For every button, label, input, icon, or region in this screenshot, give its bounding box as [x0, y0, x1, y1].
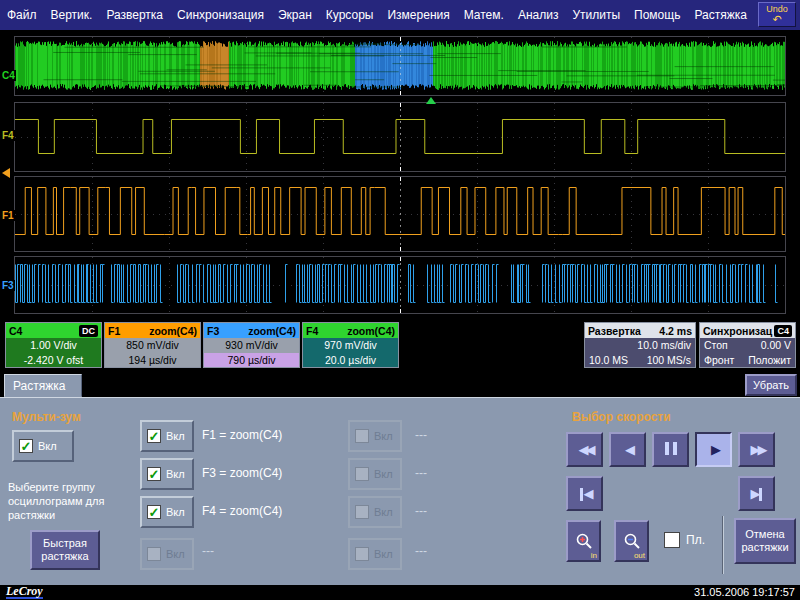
rewind-button[interactable]: ◀◀ — [566, 432, 603, 467]
f4-trace-label: F4 — [1, 130, 15, 141]
right-enable-checkbox-2[interactable]: Вкл — [348, 458, 402, 490]
c4-volts-per-div: 1.00 V/div — [6, 338, 101, 353]
right-enable-checkbox-1[interactable]: Вкл — [348, 420, 402, 452]
menu-item-timebase[interactable]: Развертка — [99, 8, 170, 22]
f3-trace-label: F3 — [1, 280, 15, 291]
f4-waveform — [15, 103, 785, 171]
f3-descriptor-header: F3 zoom(C4) — [204, 323, 299, 338]
undo-button[interactable]: Undo ↶ — [758, 2, 796, 27]
menu-item-display[interactable]: Экран — [271, 8, 319, 22]
cancel-zoom-button[interactable]: Отмена растяжки — [734, 518, 796, 564]
f3-descriptor[interactable]: F3 zoom(C4) 930 mV/div 790 µs/div — [203, 322, 300, 368]
timebase-sample-rate: 100 MS/s — [647, 353, 691, 368]
f3-zoom-label: F3 = zoom(C4) — [202, 466, 282, 480]
close-dialog-button[interactable]: Убрать — [745, 374, 797, 396]
f4-function: zoom(C4) — [347, 325, 395, 337]
trigger-position-marker-icon[interactable] — [426, 97, 436, 104]
datetime-text: 31.05.2006 19:17:57 — [694, 586, 795, 598]
zoom-out-label: out — [634, 551, 645, 560]
timebase-body: 10.0 ms/div 10.0 MS 100 MS/s — [585, 338, 695, 367]
timebase-header: Развертка 4.2 ms — [585, 323, 695, 338]
menu-item-vertical[interactable]: Вертик. — [44, 8, 100, 22]
dc-coupling-badge: DC — [79, 325, 98, 337]
tab-zoom[interactable]: Растяжка — [4, 374, 82, 397]
timebase-descriptor[interactable]: Развертка 4.2 ms 10.0 ms/div 10.0 MS 100… — [584, 322, 696, 368]
f4-enable-checkbox[interactable]: ✓ Вкл — [140, 496, 194, 528]
c4-descriptor-header: C4 DC — [6, 323, 101, 338]
trigger-body: Стоп 0.00 V Фронт Положит — [700, 338, 795, 367]
fl-label: Пл. — [686, 533, 705, 547]
pause-button[interactable] — [652, 432, 689, 467]
undo-arrow-icon: ↶ — [759, 14, 795, 25]
checkbox-box — [355, 429, 369, 443]
checkbox-box — [664, 532, 680, 548]
f3-enable-checkbox[interactable]: ✓ Вкл — [140, 458, 194, 490]
menu-item-analysis[interactable]: Анализ — [511, 8, 566, 22]
right-label-1: --- — [415, 428, 427, 442]
menu-item-utilities[interactable]: Утилиты — [565, 8, 627, 22]
checkbox-box: ✓ — [147, 429, 161, 443]
timebase-value: 4.2 ms — [659, 325, 692, 337]
f4-time-per-div: 20.0 µs/div — [303, 353, 398, 368]
f1-volts-per-div: 850 mV/div — [105, 338, 200, 353]
f3-function: zoom(C4) — [248, 325, 296, 337]
zoom-dialog-body: Мульти-зум ✓ Вкл Выберите группу осцилло… — [0, 397, 800, 585]
checkbox-box: ✓ — [19, 439, 33, 453]
f1-enable-checkbox[interactable]: ✓ Вкл — [140, 420, 194, 452]
checkbox-label: Вкл — [374, 468, 393, 480]
trigger-polarity: Положит — [748, 353, 791, 368]
menu-item-trigger[interactable]: Синхронизация — [170, 8, 271, 22]
menu-bar: Файл Вертик. Развертка Синхронизация Экр… — [0, 0, 800, 30]
right-enable-checkbox-4[interactable]: Вкл — [348, 538, 402, 570]
multizoom-checkbox[interactable]: ✓ Вкл — [12, 430, 74, 462]
checkbox-box — [147, 547, 161, 561]
trace-indicator-icon[interactable] — [2, 168, 10, 178]
menu-item-zoom[interactable]: Растяжка — [687, 8, 754, 22]
menu-item-measure[interactable]: Измерения — [380, 8, 456, 22]
right-enable-checkbox-3[interactable]: Вкл — [348, 496, 402, 528]
menu-item-math[interactable]: Матем. — [457, 8, 511, 22]
trigger-slope: Фронт — [704, 353, 734, 368]
fl-checkbox[interactable]: Пл. — [664, 532, 705, 548]
fast-forward-button[interactable]: ▶▶ — [738, 432, 775, 467]
f4-descriptor[interactable]: F4 zoom(C4) 970 mV/div 20.0 µs/div — [302, 322, 399, 368]
zoom-in-label: in — [591, 551, 597, 560]
step-back-button[interactable]: ◀ — [609, 432, 646, 467]
row4-enable-checkbox[interactable]: Вкл — [140, 538, 194, 570]
step-back-icon: ◀ — [625, 442, 632, 457]
zoom-out-button[interactable]: out — [614, 520, 649, 562]
f4-descriptor-header: F4 zoom(C4) — [303, 323, 398, 338]
trigger-descriptor[interactable]: Синхронизац C4 Стоп 0.00 V Фронт Положит — [699, 322, 796, 368]
zoom-in-magnifier-icon — [575, 532, 593, 550]
play-button[interactable]: ▶ — [695, 432, 732, 467]
group-select-text: Выберите группу осциллограмм для растяжк… — [8, 480, 126, 522]
skip-start-button[interactable]: ◀ — [566, 476, 603, 511]
f1-trace-panel[interactable] — [14, 176, 786, 252]
menu-item-cursors[interactable]: Курсоры — [319, 8, 381, 22]
zoom-in-button[interactable]: in — [566, 520, 601, 562]
check-icon: ✓ — [149, 469, 160, 480]
trigger-source-badge: C4 — [774, 325, 792, 337]
checkbox-label: Вкл — [374, 506, 393, 518]
c4-descriptor[interactable]: C4 DC 1.00 V/div -2.420 V ofst — [5, 322, 102, 368]
c4-waveform — [15, 37, 785, 95]
f3-trace-panel[interactable] — [14, 256, 786, 314]
speed-select-label: Выбор скорости — [572, 410, 671, 424]
trigger-mode: Стоп — [704, 338, 728, 353]
f4-zoom-label: F4 = zoom(C4) — [202, 504, 282, 518]
c4-trace-panel[interactable] — [14, 36, 786, 96]
timebase-samples: 10.0 MS — [589, 353, 628, 368]
f1-name: F1 — [108, 325, 120, 337]
skip-end-button[interactable]: ▶ — [738, 476, 775, 511]
pause-icon — [663, 442, 679, 458]
f1-descriptor[interactable]: F1 zoom(C4) 850 mV/div 194 µs/div — [104, 322, 201, 368]
f3-waveform — [15, 257, 785, 313]
menu-item-help[interactable]: Помощь — [627, 8, 687, 22]
timebase-title: Развертка — [588, 325, 641, 337]
multizoom-label: Мульти-зум — [12, 410, 81, 424]
f4-name: F4 — [306, 325, 318, 337]
f4-trace-panel[interactable] — [14, 102, 786, 172]
quick-zoom-button[interactable]: Быстрая растяжка — [30, 530, 100, 570]
menu-item-file[interactable]: Файл — [0, 8, 44, 22]
c4-descriptor-body: 1.00 V/div -2.420 V ofst — [6, 338, 101, 367]
